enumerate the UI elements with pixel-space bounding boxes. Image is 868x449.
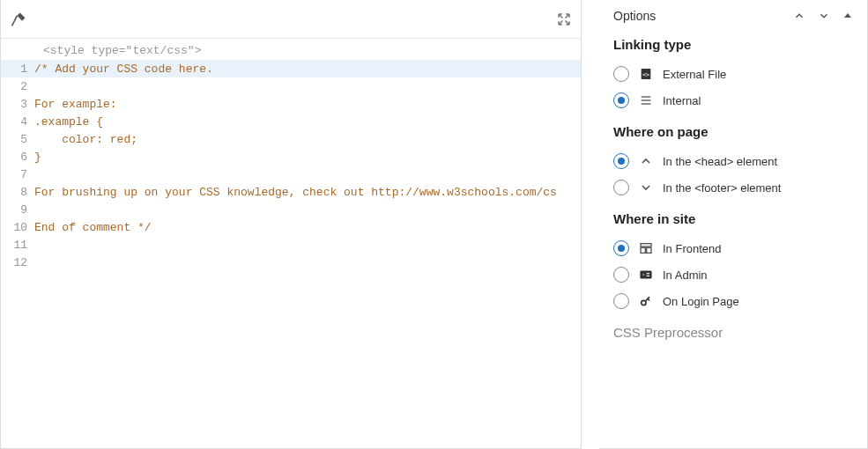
line-number: 5 — [1, 133, 34, 146]
section-title: Where on page — [613, 124, 853, 139]
radio-button[interactable] — [613, 180, 629, 195]
chevron-up-icon — [638, 154, 654, 168]
option-label: In the <footer> element — [663, 181, 781, 195]
code-line[interactable]: 12 — [1, 254, 581, 271]
option-label: In Frontend — [663, 242, 722, 255]
lines-icon — [638, 93, 654, 107]
line-text: .example { — [34, 115, 581, 129]
beautify-icon[interactable] — [10, 11, 27, 28]
css-preprocessor-section: CSS Preprocessor — [599, 318, 867, 352]
chevron-up-icon[interactable] — [793, 10, 805, 22]
line-number: 7 — [1, 168, 34, 181]
layout-icon — [638, 241, 654, 255]
radio-button[interactable] — [613, 153, 629, 169]
code-line[interactable]: 3For example: — [1, 95, 581, 113]
panel-gap — [582, 0, 599, 449]
line-text: For brushing up on your CSS knowledge, c… — [34, 186, 581, 199]
code-area[interactable]: 1/* Add your CSS code here.23For example… — [1, 60, 581, 448]
option-label: On Login Page — [663, 295, 739, 308]
radio-button[interactable] — [613, 92, 629, 108]
option-label: In Admin — [663, 269, 708, 282]
section-title: CSS Preprocessor — [613, 325, 853, 340]
id-card-icon — [638, 268, 654, 282]
where-in-site-option[interactable]: In Frontend — [613, 235, 853, 261]
chevron-down-icon[interactable] — [818, 10, 830, 22]
line-number: 2 — [1, 80, 34, 93]
options-panel: Options Linking type <>External FileInte… — [599, 0, 868, 449]
where-in-site-option[interactable]: On Login Page — [613, 288, 853, 314]
code-line[interactable]: 2 — [1, 77, 581, 95]
svg-rect-6 — [641, 247, 645, 253]
radio-button[interactable] — [613, 66, 629, 82]
file-code-icon: <> — [638, 67, 654, 81]
chevron-down-icon — [638, 180, 654, 195]
code-line[interactable]: 1/* Add your CSS code here. — [1, 60, 581, 77]
style-tag-label: <style type="text/css"> — [1, 44, 581, 60]
svg-point-12 — [642, 300, 646, 305]
radio-button[interactable] — [613, 267, 629, 283]
code-editor[interactable]: <style type="text/css"> 1/* Add your CSS… — [1, 39, 581, 448]
svg-rect-5 — [641, 244, 651, 247]
line-number: 1 — [1, 63, 34, 76]
caret-up-icon[interactable] — [842, 10, 853, 22]
linking-type-section: Linking type <>External FileInternal — [599, 30, 867, 117]
editor-panel: <style type="text/css"> 1/* Add your CSS… — [0, 0, 582, 449]
line-number: 10 — [1, 221, 34, 234]
line-number: 9 — [1, 203, 34, 217]
linking-type-option[interactable]: Internal — [613, 87, 853, 114]
line-text: For example: — [34, 98, 581, 111]
line-text: /* Add your CSS code here. — [34, 63, 581, 76]
option-label: In the <head> element — [663, 155, 777, 168]
line-number: 12 — [1, 256, 34, 269]
code-line[interactable]: 5 color: red; — [1, 130, 581, 148]
where-on-page-option[interactable]: In the <footer> element — [613, 174, 853, 201]
line-text: color: red; — [34, 133, 581, 146]
svg-point-9 — [642, 274, 645, 276]
line-number: 6 — [1, 151, 34, 164]
where-in-site-option[interactable]: In Admin — [613, 261, 853, 288]
line-text: End of comment */ — [34, 221, 581, 234]
line-number: 3 — [1, 98, 34, 111]
option-label: Internal — [663, 94, 701, 107]
options-title: Options — [613, 9, 656, 23]
option-label: External File — [663, 68, 726, 81]
where-on-page-option[interactable]: In the <head> element — [613, 148, 853, 174]
code-line[interactable]: 7 — [1, 166, 581, 183]
code-line[interactable]: 6} — [1, 148, 581, 166]
svg-rect-7 — [647, 247, 651, 253]
where-on-page-section: Where on page In the <head> elementIn th… — [599, 117, 867, 204]
options-header: Options — [599, 0, 867, 30]
code-line[interactable]: 8For brushing up on your CSS knowledge, … — [1, 183, 581, 201]
code-line[interactable]: 10End of comment */ — [1, 218, 581, 236]
line-number: 4 — [1, 115, 34, 129]
key-icon — [638, 294, 654, 308]
expand-icon[interactable] — [556, 11, 572, 27]
code-line[interactable]: 11 — [1, 236, 581, 254]
linking-type-option[interactable]: <>External File — [613, 61, 853, 87]
section-title: Where in site — [613, 211, 853, 226]
where-in-site-section: Where in site In FrontendIn AdminOn Logi… — [599, 204, 867, 318]
line-text: } — [34, 151, 581, 164]
options-controls — [793, 10, 853, 22]
code-line[interactable]: 4.example { — [1, 113, 581, 130]
code-line[interactable]: 9 — [1, 201, 581, 218]
radio-button[interactable] — [613, 240, 629, 256]
line-number: 11 — [1, 239, 34, 252]
svg-text:<>: <> — [642, 71, 649, 78]
editor-toolbar — [1, 0, 581, 39]
line-number: 8 — [1, 186, 34, 199]
section-title: Linking type — [613, 37, 853, 52]
radio-button[interactable] — [613, 293, 629, 309]
